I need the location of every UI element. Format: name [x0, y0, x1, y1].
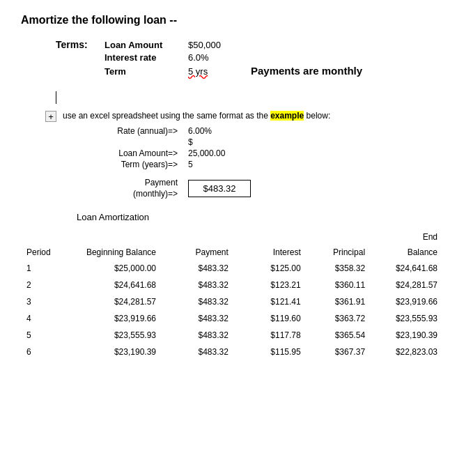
cell-end-balance: $24,641.68	[371, 260, 443, 277]
rate-annual-label: Rate (annual)=>	[91, 126, 188, 136]
term-value: 5 yrs	[188, 66, 244, 77]
cell-payment: $483.32	[162, 310, 234, 327]
cell-principal: $360.11	[307, 277, 371, 293]
cell-end-balance: $23,190.39	[371, 327, 443, 344]
cell-principal: $367.37	[307, 344, 371, 360]
table-row: 4 $23,919.66 $483.32 $119.60 $363.72 $23…	[21, 310, 443, 327]
cell-principal: $365.54	[307, 327, 371, 344]
terms-header: Terms:	[56, 39, 98, 50]
table-row: 2 $24,641.68 $483.32 $123.21 $360.11 $24…	[21, 277, 443, 293]
cell-interest: $125.00	[234, 260, 307, 277]
cell-interest: $117.78	[234, 327, 307, 344]
cell-period: 4	[21, 310, 65, 327]
interest-rate-value: 6.0%	[188, 52, 244, 63]
table-row: 3 $24,281.57 $483.32 $121.41 $361.91 $23…	[21, 293, 443, 310]
cell-principal: $361.91	[307, 293, 371, 310]
payment-monthly-label: Payment (monthly)=>	[91, 178, 188, 199]
cell-period: 1	[21, 260, 65, 277]
cell-period: 2	[21, 277, 65, 293]
cell-beginning: $23,555.93	[65, 327, 162, 344]
cell-payment: $483.32	[162, 260, 234, 277]
col-header-end-balance: Balance	[371, 245, 443, 260]
term-years-label: Term (years)=>	[91, 160, 188, 169]
cell-beginning: $24,641.68	[65, 277, 162, 293]
col-header-beginning: Beginning Balance	[65, 245, 162, 260]
cell-beginning: $24,281.57	[65, 293, 162, 310]
page-title: Amortize the following loan --	[21, 14, 443, 26]
term-years-value: 5	[188, 160, 193, 169]
cell-payment: $483.32	[162, 293, 234, 310]
cell-period: 3	[21, 293, 65, 310]
loan-amortization-title: Loan Amortization	[77, 212, 443, 222]
loan-amount-value: $50,000	[188, 40, 244, 50]
cell-end-balance: $24,281.57	[371, 277, 443, 293]
cell-interest: $123.21	[234, 277, 307, 293]
cell-beginning: $25,000.00	[65, 260, 162, 277]
payments-monthly-note: Payments are monthly	[251, 65, 362, 77]
cell-payment: $483.32	[162, 277, 234, 293]
cell-interest: $121.41	[234, 293, 307, 310]
cell-period: 6	[21, 344, 65, 360]
interest-rate-label: Interest rate	[105, 52, 188, 63]
end-label-header: End	[371, 229, 443, 245]
cell-principal: $363.72	[307, 310, 371, 327]
cell-end-balance: $23,555.93	[371, 310, 443, 327]
cell-interest: $115.95	[234, 344, 307, 360]
rate-dollar-value: $	[188, 137, 193, 147]
term-label: Term	[105, 66, 188, 77]
cell-principal: $358.32	[307, 260, 371, 277]
loan-amount-ex-label: Loan Amount=>	[91, 148, 188, 158]
payment-monthly-box: $483.32	[188, 180, 251, 197]
loan-amount-ex-value: 25,000.00	[188, 148, 225, 158]
cell-end-balance: $22,823.03	[371, 344, 443, 360]
cell-beginning: $23,190.39	[65, 344, 162, 360]
col-header-principal: Principal	[307, 245, 371, 260]
cell-payment: $483.32	[162, 327, 234, 344]
amortization-table: End Period Beginning Balance Payment Int…	[21, 229, 443, 360]
cell-period: 5	[21, 327, 65, 344]
col-header-payment: Payment	[162, 245, 234, 260]
cell-payment: $483.32	[162, 344, 234, 360]
cursor-line	[56, 91, 443, 104]
col-header-period: Period	[21, 245, 65, 260]
table-row: 6 $23,190.39 $483.32 $115.95 $367.37 $22…	[21, 344, 443, 360]
table-row: 5 $23,555.93 $483.32 $117.78 $365.54 $23…	[21, 327, 443, 344]
cell-beginning: $23,919.66	[65, 310, 162, 327]
cell-interest: $119.60	[234, 310, 307, 327]
instruction-text: use an excel spreadsheet using the same …	[63, 111, 443, 121]
plus-icon[interactable]: +	[45, 111, 56, 122]
rate-annual-value: 6.00%	[188, 126, 212, 136]
table-row: 1 $25,000.00 $483.32 $125.00 $358.32 $24…	[21, 260, 443, 277]
loan-amount-label: Loan Amount	[105, 40, 188, 50]
col-header-interest: Interest	[234, 245, 307, 260]
cell-end-balance: $23,919.66	[371, 293, 443, 310]
